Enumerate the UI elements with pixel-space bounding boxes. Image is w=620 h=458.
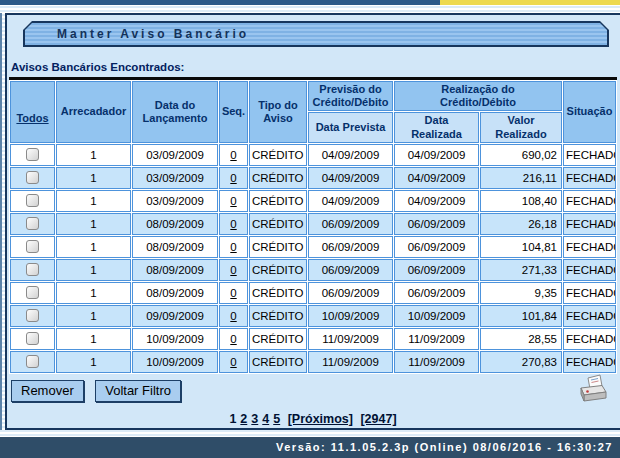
page-title: Manter Aviso Bancário xyxy=(25,27,249,41)
col-header-valor-realizado: Valor Realizado xyxy=(480,112,562,142)
cell-tipo-aviso: CRÉDITO xyxy=(249,167,307,189)
cell-valor-realizado: 216,11 xyxy=(480,167,562,189)
table-row: 108/09/20090CRÉDITO06/09/200906/09/20092… xyxy=(10,259,616,281)
cell-situacao: FECHADO xyxy=(563,213,616,235)
cell-data-prevista: 04/09/2009 xyxy=(308,144,393,166)
row-checkbox[interactable] xyxy=(26,286,39,299)
row-checkbox[interactable] xyxy=(26,240,39,253)
col-group-previsao: Previsão do Crédito/Débito xyxy=(308,81,393,111)
cell-situacao: FECHADO xyxy=(563,236,616,258)
cell-valor-realizado: 9,35 xyxy=(480,282,562,304)
table-row: 103/09/20090CRÉDITO04/09/200904/09/20096… xyxy=(10,144,616,166)
footer-version-bar: Versão: 11.1.05.2.3p (Online) 08/06/2016… xyxy=(0,437,620,458)
cell-tipo-aviso: CRÉDITO xyxy=(249,282,307,304)
cell-arrecadador: 1 xyxy=(56,351,131,373)
cell-arrecadador: 1 xyxy=(56,328,131,350)
cell-valor-realizado: 104,81 xyxy=(480,236,562,258)
row-checkbox[interactable] xyxy=(26,194,39,207)
seq-link[interactable]: 0 xyxy=(230,241,236,253)
cell-data-prevista: 10/09/2009 xyxy=(308,305,393,327)
cell-data-lancamento: 03/09/2009 xyxy=(132,144,218,166)
page-link[interactable]: 3 xyxy=(251,412,258,426)
col-header-data-prevista: Data Prevista xyxy=(308,112,393,142)
version-text: Versão: 11.1.05.2.3p (Online) 08/06/2016… xyxy=(276,441,613,453)
cell-tipo-aviso: CRÉDITO xyxy=(249,144,307,166)
page-content: Manter Aviso Bancário Avisos Bancários E… xyxy=(5,13,620,430)
cell-valor-realizado: 690,02 xyxy=(480,144,562,166)
select-all-link[interactable]: Todos xyxy=(16,112,48,124)
seq-link[interactable]: 0 xyxy=(230,195,236,207)
button-row: Remover Voltar Filtro xyxy=(11,380,617,402)
title-bar: Manter Aviso Bancário xyxy=(23,21,609,47)
cell-tipo-aviso: CRÉDITO xyxy=(249,236,307,258)
col-header-situacao: Situação xyxy=(563,81,616,143)
cell-data-lancamento: 03/09/2009 xyxy=(132,167,218,189)
next-pages-link[interactable]: [Próximos] xyxy=(288,412,353,426)
pagination: 12345 [Próximos] [2947] xyxy=(9,412,617,426)
cell-valor-realizado: 28,55 xyxy=(480,328,562,350)
page-link[interactable]: 5 xyxy=(273,412,280,426)
seq-link[interactable]: 0 xyxy=(230,287,236,299)
page-link[interactable]: 2 xyxy=(240,412,247,426)
cell-situacao: FECHADO xyxy=(563,259,616,281)
col-header-tipo-aviso: Tipo do Aviso xyxy=(249,81,307,143)
col-header-seq: Seq. xyxy=(219,81,248,143)
cell-tipo-aviso: CRÉDITO xyxy=(249,305,307,327)
table-row: 103/09/20090CRÉDITO04/09/200904/09/20092… xyxy=(10,167,616,189)
cell-valor-realizado: 271,33 xyxy=(480,259,562,281)
row-checkbox[interactable] xyxy=(26,148,39,161)
cell-data-realizada: 11/09/2009 xyxy=(394,351,479,373)
cell-data-lancamento: 03/09/2009 xyxy=(132,190,218,212)
seq-link[interactable]: 0 xyxy=(230,172,236,184)
seq-link[interactable]: 0 xyxy=(230,149,236,161)
cell-tipo-aviso: CRÉDITO xyxy=(249,213,307,235)
printer-icon[interactable] xyxy=(575,374,609,408)
cell-tipo-aviso: CRÉDITO xyxy=(249,259,307,281)
row-checkbox[interactable] xyxy=(26,217,39,230)
cell-data-lancamento: 08/09/2009 xyxy=(132,259,218,281)
seq-link[interactable]: 0 xyxy=(230,218,236,230)
table-body: 103/09/20090CRÉDITO04/09/200904/09/20096… xyxy=(10,144,616,373)
cell-arrecadador: 1 xyxy=(56,305,131,327)
cell-arrecadador: 1 xyxy=(56,190,131,212)
col-group-realizacao: Realização do Crédito/Débito xyxy=(394,81,562,111)
seq-link[interactable]: 0 xyxy=(230,310,236,322)
row-checkbox[interactable] xyxy=(26,309,39,322)
cell-tipo-aviso: CRÉDITO xyxy=(249,351,307,373)
cell-data-lancamento: 10/09/2009 xyxy=(132,328,218,350)
row-checkbox[interactable] xyxy=(26,171,39,184)
col-header-arrecadador: Arrecadador xyxy=(56,81,131,143)
table-row: 110/09/20090CRÉDITO11/09/200911/09/20092… xyxy=(10,328,616,350)
current-page: 1 xyxy=(229,412,236,426)
page-link[interactable]: 4 xyxy=(262,412,269,426)
seq-link[interactable]: 0 xyxy=(230,333,236,345)
cell-data-lancamento: 08/09/2009 xyxy=(132,282,218,304)
voltar-filtro-button[interactable]: Voltar Filtro xyxy=(95,380,181,402)
row-checkbox[interactable] xyxy=(26,332,39,345)
section-label: Avisos Bancários Encontrados: xyxy=(11,61,617,73)
cell-tipo-aviso: CRÉDITO xyxy=(249,190,307,212)
remover-button[interactable]: Remover xyxy=(11,380,84,402)
cell-situacao: FECHADO xyxy=(563,305,616,327)
row-checkbox[interactable] xyxy=(26,263,39,276)
cell-valor-realizado: 26,18 xyxy=(480,213,562,235)
top-stripes xyxy=(0,5,620,13)
cell-arrecadador: 1 xyxy=(56,236,131,258)
cell-data-realizada: 04/09/2009 xyxy=(394,144,479,166)
cell-data-realizada: 06/09/2009 xyxy=(394,259,479,281)
last-page-link[interactable]: [2947] xyxy=(360,412,396,426)
seq-link[interactable]: 0 xyxy=(230,264,236,276)
cell-data-lancamento: 10/09/2009 xyxy=(132,351,218,373)
table-row: 110/09/20090CRÉDITO11/09/200911/09/20092… xyxy=(10,351,616,373)
collapsed-left-rail[interactable] xyxy=(0,13,2,430)
seq-link[interactable]: 0 xyxy=(230,356,236,368)
cell-situacao: FECHADO xyxy=(563,167,616,189)
cell-data-realizada: 04/09/2009 xyxy=(394,167,479,189)
col-header-todos: Todos xyxy=(10,81,55,143)
pagination-pages: 2345 xyxy=(238,412,282,426)
cell-data-prevista: 06/09/2009 xyxy=(308,213,393,235)
cell-data-realizada: 04/09/2009 xyxy=(394,190,479,212)
row-checkbox[interactable] xyxy=(26,355,39,368)
cell-data-realizada: 06/09/2009 xyxy=(394,236,479,258)
col-header-data-lancamento: Data do Lançamento xyxy=(132,81,218,143)
